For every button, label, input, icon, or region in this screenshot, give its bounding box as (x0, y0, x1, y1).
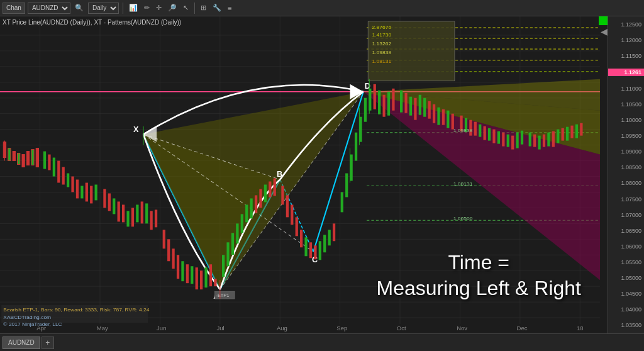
grid-icon[interactable]: ⊞ (199, 4, 208, 12)
add-tab-button[interactable]: + (42, 337, 54, 349)
svg-rect-112 (264, 184, 267, 202)
collapse-icon[interactable]: ◀ (601, 26, 608, 36)
svg-rect-118 (296, 217, 298, 236)
crosshair-icon[interactable]: ✛ (154, 4, 164, 12)
svg-rect-166 (533, 135, 536, 147)
price-13: 1.07000 (608, 212, 644, 218)
chart-title: XT Price Line(AUDNZD (Daily)), XT - Patt… (3, 19, 181, 26)
svg-rect-108 (245, 204, 248, 222)
svg-rect-71 (62, 167, 65, 185)
arrow-icon[interactable]: ↖ (181, 4, 191, 12)
svg-rect-122 (314, 245, 316, 259)
svg-rect-149 (447, 111, 449, 128)
toolbar: Chan AUDNZD 🔍 Daily 📊 ✏ ✛ 🔎 ↖ ⊞ 🔧 ≡ (0, 0, 644, 16)
tab-label: AUDNZD (8, 339, 35, 346)
price-3: 1.11500 (608, 53, 644, 59)
svg-rect-164 (521, 131, 523, 145)
svg-text:1.41730: 1.41730 (372, 32, 392, 38)
price-12: 1.07500 (608, 196, 644, 203)
svg-rect-110 (255, 195, 257, 213)
svg-rect-106 (236, 223, 238, 243)
symbol-select[interactable]: AUDNZD (28, 3, 70, 14)
svg-rect-83 (122, 204, 125, 222)
svg-text:1.08131: 1.08131 (372, 58, 392, 64)
svg-rect-165 (529, 133, 531, 147)
svg-text:2.87676: 2.87676 (372, 25, 392, 30)
price-1: 1.12500 (608, 21, 644, 28)
svg-text:XABCDTrading.com: XABCDTrading.com (3, 315, 51, 320)
svg-rect-85 (131, 208, 134, 226)
svg-rect-170 (552, 131, 555, 147)
svg-rect-82 (118, 201, 120, 221)
svg-rect-138 (392, 89, 394, 111)
svg-rect-163 (516, 133, 518, 148)
svg-rect-95 (181, 261, 184, 281)
svg-rect-117 (291, 204, 293, 225)
svg-rect-160 (502, 133, 504, 147)
zoom-icon[interactable]: 🔎 (166, 4, 179, 12)
bar-chart-icon[interactable]: 📊 (127, 4, 140, 12)
svg-rect-168 (543, 135, 545, 147)
svg-rect-78 (95, 184, 97, 200)
svg-rect-73 (71, 176, 74, 192)
separator-1 (123, 3, 123, 14)
svg-rect-104 (226, 242, 229, 266)
svg-rect-147 (437, 108, 440, 125)
svg-rect-63 (22, 155, 25, 167)
price-16: 1.05500 (608, 259, 644, 265)
svg-rect-103 (222, 255, 225, 277)
svg-rect-80 (108, 193, 111, 211)
svg-rect-167 (538, 136, 540, 150)
svg-rect-70 (57, 161, 60, 183)
svg-rect-105 (231, 233, 234, 255)
svg-rect-120 (304, 237, 307, 256)
svg-rect-98 (196, 267, 198, 289)
svg-rect-140 (404, 93, 407, 113)
svg-rect-87 (141, 201, 143, 223)
svg-rect-131 (359, 117, 362, 142)
svg-rect-141 (409, 97, 412, 116)
svg-rect-67 (43, 152, 46, 169)
svg-text:1.08131: 1.08131 (453, 182, 473, 187)
pencil-icon[interactable]: ✏ (142, 4, 152, 12)
svg-rect-176 (580, 123, 582, 136)
svg-rect-146 (433, 104, 435, 123)
status-indicator (599, 16, 608, 25)
chart-title-text: XT Price Line(AUDNZD (Daily)), XT - Patt… (3, 19, 181, 26)
svg-rect-99 (200, 270, 203, 289)
svg-rect-102 (214, 279, 216, 286)
chart-area: ◀ XT Price Line(AUDNZD (Daily)), XT - Pa… (0, 16, 644, 333)
svg-rect-61 (13, 152, 15, 161)
list-icon[interactable]: ≡ (226, 4, 233, 12)
svg-text:Jul: Jul (217, 325, 225, 332)
tab-audnzd[interactable]: AUDNZD (3, 337, 40, 349)
svg-text:1.06500: 1.06500 (453, 216, 473, 222)
tools-icon[interactable]: 🔧 (211, 4, 223, 12)
svg-rect-142 (414, 98, 416, 120)
svg-rect-64 (26, 152, 29, 165)
svg-rect-175 (575, 125, 578, 138)
svg-rect-156 (484, 126, 486, 140)
svg-text:Dec: Dec (517, 325, 528, 332)
svg-rect-145 (428, 101, 431, 119)
price-8: 1.09500 (608, 133, 644, 139)
svg-rect-119 (300, 230, 303, 247)
svg-text:© 2017 NinjaTrader, LLC: © 2017 NinjaTrader, LLC (3, 321, 62, 327)
price-9: 1.09000 (608, 148, 644, 155)
chart-button[interactable]: Chan (3, 3, 25, 14)
svg-rect-68 (48, 155, 50, 170)
svg-rect-127 (341, 192, 343, 212)
svg-text:1.13262: 1.13262 (372, 41, 392, 47)
svg-rect-72 (67, 174, 69, 187)
svg-text:1.09838: 1.09838 (453, 128, 473, 133)
svg-rect-84 (126, 211, 129, 226)
svg-rect-62 (18, 153, 20, 165)
main-area: ◀ XT Price Line(AUDNZD (Daily)), XT - Pa… (0, 16, 644, 333)
search-icon[interactable]: 🔍 (73, 4, 86, 12)
price-axis: 1.12500 1.12000 1.11500 1.1261 1.11000 1… (608, 16, 644, 333)
svg-rect-107 (241, 214, 243, 233)
svg-rect-100 (204, 267, 207, 287)
svg-rect-144 (423, 98, 426, 117)
svg-rect-135 (378, 91, 380, 114)
timeframe-select[interactable]: Daily (88, 3, 119, 14)
